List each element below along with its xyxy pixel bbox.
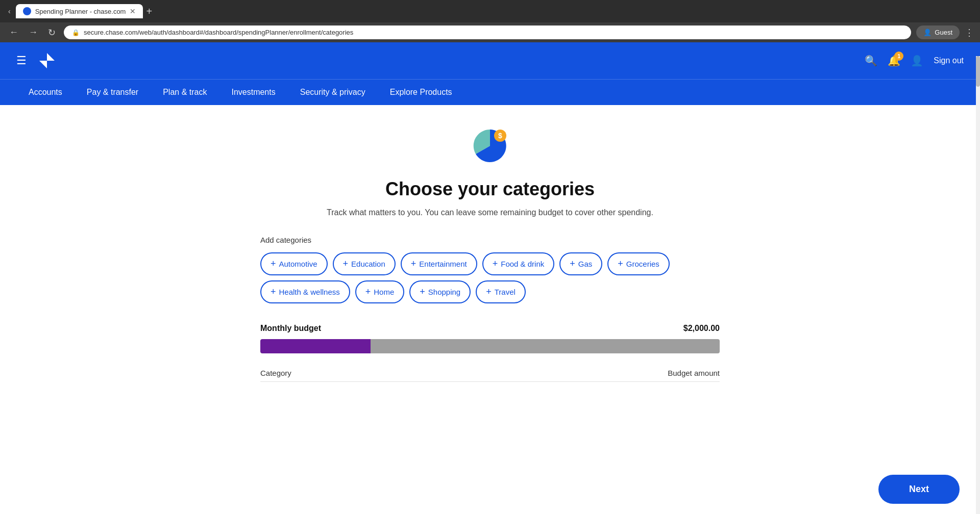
- tab-close-button[interactable]: ✕: [130, 7, 136, 15]
- guest-icon: 👤: [923, 29, 932, 36]
- nav-item-accounts[interactable]: Accounts: [16, 80, 75, 105]
- budget-bar-container: [260, 339, 720, 353]
- nav-item-pay-transfer[interactable]: Pay & transfer: [75, 80, 151, 105]
- category-tag-entertainment[interactable]: + Entertainment: [401, 252, 477, 275]
- category-tags: + Automotive + Education + Entertainment…: [260, 252, 720, 303]
- page-icon: $: [470, 125, 510, 168]
- navigation-bar: Accounts Pay & transfer Plan & track Inv…: [0, 79, 980, 105]
- browser-menu-button[interactable]: ⋮: [965, 27, 974, 38]
- nav-item-investments[interactable]: Investments: [219, 80, 287, 105]
- plus-icon: +: [343, 259, 349, 269]
- add-categories-label: Add categories: [260, 236, 720, 244]
- plus-icon: +: [618, 259, 623, 269]
- category-tag-travel[interactable]: + Travel: [476, 280, 526, 303]
- tab-favicon: [23, 7, 31, 15]
- category-tag-label: Food & drink: [501, 260, 544, 268]
- notification-badge: 1: [894, 52, 903, 61]
- budget-amount: $2,000.00: [683, 324, 720, 333]
- category-tag-label: Automotive: [279, 260, 317, 268]
- scrollbar[interactable]: [976, 56, 980, 411]
- category-tag-health-wellness[interactable]: + Health & wellness: [260, 280, 350, 303]
- category-tag-gas[interactable]: + Gas: [559, 252, 602, 275]
- notifications-button[interactable]: 🔔 1: [888, 55, 900, 67]
- category-tag-shopping[interactable]: + Shopping: [409, 280, 471, 303]
- page-title: Choose your categories: [385, 178, 595, 200]
- nav-buttons: ← → ↻: [6, 26, 59, 39]
- budget-section: Monthly budget $2,000.00: [260, 324, 720, 353]
- plus-icon: +: [486, 287, 492, 297]
- category-tag-label: Gas: [578, 260, 593, 268]
- plus-icon: +: [411, 259, 416, 269]
- header-right: 🔍 🔔 1 👤 Sign out: [865, 55, 964, 67]
- user-icon: 👤: [911, 55, 923, 66]
- budget-label: Monthly budget: [260, 324, 321, 333]
- header-left: ☰: [16, 50, 57, 71]
- nav-item-security-privacy[interactable]: Security & privacy: [288, 80, 378, 105]
- plus-icon: +: [493, 259, 498, 269]
- category-tag-label: Groceries: [626, 260, 659, 268]
- forward-button[interactable]: →: [26, 26, 41, 39]
- page-subtitle: Track what matters to you. You can leave…: [327, 208, 653, 217]
- new-tab-button[interactable]: +: [146, 6, 152, 17]
- chase-logo: [37, 50, 57, 71]
- category-tag-education[interactable]: + Education: [333, 252, 396, 275]
- table-col-category: Category: [260, 369, 291, 377]
- security-lock-icon: 🔒: [72, 29, 80, 36]
- browser-bar: ← → ↻ 🔒 secure.chase.com/web/auth/dashbo…: [0, 22, 980, 42]
- pie-chart-icon: $: [470, 125, 510, 166]
- categories-section: Add categories + Automotive + Education …: [260, 236, 720, 382]
- category-tag-groceries[interactable]: + Groceries: [607, 252, 670, 275]
- account-button[interactable]: 👤: [911, 55, 923, 67]
- chase-header: ☰ 🔍 🔔 1 👤 Sign out: [0, 42, 980, 79]
- svg-text:$: $: [498, 132, 502, 140]
- category-tag-label: Shopping: [428, 288, 460, 296]
- back-button[interactable]: ←: [6, 26, 21, 39]
- category-tag-home[interactable]: + Home: [355, 280, 405, 303]
- budget-bar-fill: [260, 339, 371, 353]
- plus-icon: +: [365, 287, 371, 297]
- sign-out-button[interactable]: Sign out: [934, 56, 964, 65]
- browser-tabs: ‹ Spending Planner - chase.com ✕ +: [6, 4, 152, 18]
- tab-history-back[interactable]: ‹: [6, 5, 13, 17]
- active-tab: Spending Planner - chase.com ✕: [16, 4, 143, 18]
- nav-item-explore-products[interactable]: Explore Products: [378, 80, 464, 105]
- table-header: Category Budget amount: [260, 369, 720, 382]
- plus-icon: +: [271, 287, 276, 297]
- category-tag-label: Health & wellness: [279, 288, 340, 296]
- search-icon: 🔍: [865, 55, 877, 66]
- table-col-budget: Budget amount: [668, 369, 720, 377]
- browser-chrome: ‹ Spending Planner - chase.com ✕ +: [0, 0, 980, 22]
- reload-button[interactable]: ↻: [45, 26, 59, 39]
- plus-icon: +: [570, 259, 575, 269]
- url-text: secure.chase.com/web/auth/dashboard#/das…: [84, 29, 353, 36]
- scrollbar-thumb[interactable]: [976, 56, 980, 87]
- category-tag-label: Travel: [495, 288, 516, 296]
- address-bar[interactable]: 🔒 secure.chase.com/web/auth/dashboard#/d…: [64, 25, 911, 39]
- category-tag-food-drink[interactable]: + Food & drink: [482, 252, 555, 275]
- category-tag-label: Entertainment: [419, 260, 467, 268]
- tab-title: Spending Planner - chase.com: [35, 8, 126, 15]
- hamburger-menu-button[interactable]: ☰: [16, 54, 27, 67]
- main-content: $ Choose your categories Track what matt…: [0, 105, 980, 411]
- category-tag-automotive[interactable]: + Automotive: [260, 252, 328, 275]
- nav-item-plan-track[interactable]: Plan & track: [151, 80, 219, 105]
- search-button[interactable]: 🔍: [865, 55, 877, 67]
- category-tag-label: Education: [351, 260, 385, 268]
- guest-profile-button[interactable]: 👤 Guest: [916, 25, 960, 39]
- budget-header: Monthly budget $2,000.00: [260, 324, 720, 333]
- guest-label: Guest: [935, 29, 952, 36]
- plus-icon: +: [420, 287, 425, 297]
- plus-icon: +: [271, 259, 276, 269]
- category-tag-label: Home: [374, 288, 394, 296]
